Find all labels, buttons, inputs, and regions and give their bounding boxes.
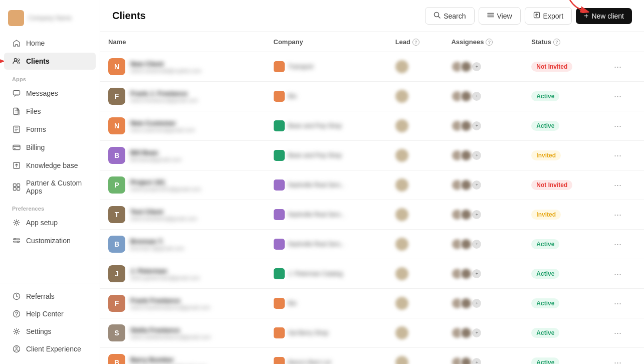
assignee-avatar-2: [460, 327, 472, 339]
client-avatar: N: [108, 58, 125, 75]
nav-partner-custom-apps[interactable]: Partner & Custom Apps: [4, 175, 96, 199]
company-avatar: [8, 10, 24, 26]
assignees-group: +: [451, 356, 515, 364]
assignees-cell: +: [443, 82, 523, 111]
table-row: P Project 101 client.project101@gmail.co…: [100, 170, 644, 200]
row-more-button[interactable]: ···: [611, 326, 624, 340]
nav-clients-label: Clients: [26, 57, 50, 65]
assignees-cell: +: [443, 348, 523, 365]
status-badge: Not Invited: [531, 180, 572, 190]
row-more-button[interactable]: ···: [611, 89, 624, 104]
nav-clients[interactable]: Clients: [4, 53, 96, 70]
nav-home[interactable]: Home: [4, 35, 96, 52]
export-button[interactable]: Export: [525, 7, 572, 25]
lead-avatar: [395, 356, 408, 364]
lead-cell: [387, 111, 444, 141]
nav-knowledge-base[interactable]: Knowledge base: [4, 157, 96, 174]
assignee-more: +: [471, 357, 482, 364]
search-button[interactable]: Search: [425, 7, 474, 25]
customization-icon: [12, 236, 21, 245]
client-experience-icon: [12, 344, 21, 353]
row-more-button[interactable]: ···: [611, 296, 624, 311]
actions-cell[interactable]: ···: [603, 289, 644, 318]
client-name-cell: B Brennan T. brennan.t@gmail.com: [100, 230, 266, 259]
table-header-row: Name Company Lead ?: [100, 32, 644, 52]
new-client-button[interactable]: + New client: [576, 8, 632, 24]
client-info: Bill Bean bill.bean@gmail.com: [130, 149, 181, 162]
table-row: S Stella Freelance client.stellafreelanc…: [100, 318, 644, 348]
table-row: F Frank Freelance client.frankfreelance@…: [100, 289, 644, 318]
client-name-cell: N New Client client.newemail@copilot.com: [100, 52, 266, 82]
company-icon: [274, 327, 285, 338]
settings-icon: [12, 327, 21, 336]
row-more-button[interactable]: ···: [611, 208, 624, 222]
actions-cell[interactable]: ···: [603, 170, 644, 200]
client-email: brennan.t@gmail.com: [130, 245, 184, 251]
nav-help-center[interactable]: Help Center: [4, 305, 96, 322]
status-badge: Active: [531, 121, 559, 131]
svg-rect-7: [14, 184, 17, 187]
row-more-button[interactable]: ···: [611, 355, 624, 365]
assignees-help-icon: ?: [486, 39, 493, 46]
actions-cell[interactable]: ···: [603, 348, 644, 365]
nav-settings[interactable]: Settings: [4, 323, 96, 340]
nav-forms-label: Forms: [26, 125, 46, 133]
company-icon: [274, 239, 285, 250]
actions-cell[interactable]: ···: [603, 141, 644, 170]
actions-cell[interactable]: ···: [603, 82, 644, 111]
col-header-assignees: Assignees ?: [443, 32, 523, 52]
row-more-button[interactable]: ···: [611, 148, 624, 163]
actions-cell[interactable]: ···: [603, 230, 644, 259]
status-cell: Invited: [523, 200, 603, 230]
company-cell: Nashville Real Serv...: [266, 200, 387, 230]
export-icon: [533, 12, 540, 20]
assignee-avatar-2: [460, 90, 472, 102]
client-name-cell: F Frank J. Freelance client.freelance@gm…: [100, 82, 266, 111]
svg-point-21: [16, 347, 18, 348]
assignees-group: +: [451, 90, 515, 102]
row-more-button[interactable]: ···: [611, 119, 624, 133]
lead-cell: [387, 348, 444, 365]
row-more-button[interactable]: ···: [611, 267, 624, 281]
actions-cell[interactable]: ···: [603, 259, 644, 289]
nav-forms[interactable]: Forms: [4, 121, 96, 138]
company-cell: Bio: [266, 82, 387, 111]
row-more-button[interactable]: ···: [611, 237, 624, 252]
nav-referrals[interactable]: Referrals: [4, 288, 96, 305]
app-setup-icon: [12, 218, 21, 227]
client-info: Project 101 client.project101@gmail.com: [130, 178, 201, 192]
nav-customization[interactable]: Customization: [4, 232, 96, 249]
nav-messages[interactable]: Messages: [4, 85, 96, 102]
actions-cell[interactable]: ···: [603, 52, 644, 82]
assignees-cell: +: [443, 111, 523, 141]
status-badge: Active: [531, 239, 559, 249]
new-client-label: New client: [591, 12, 624, 20]
row-more-button[interactable]: ···: [611, 60, 624, 74]
assignee-avatar-2: [460, 149, 472, 161]
view-button[interactable]: View: [479, 7, 521, 25]
nav-files[interactable]: Files: [4, 103, 96, 120]
svg-point-19: [16, 330, 18, 333]
client-name: Stella Freelance: [130, 326, 211, 334]
client-info: Barry Bumber client.barrybumber@gmail.co…: [130, 356, 206, 365]
main-content: Clients Search View: [100, 0, 644, 364]
company-name: J. Peterman Catalog: [288, 270, 343, 277]
assignees-cell: +: [443, 170, 523, 200]
actions-cell[interactable]: ···: [603, 111, 644, 141]
client-email: client.testclient@gmail.com: [130, 216, 197, 222]
svg-point-14: [15, 239, 16, 240]
client-avatar: B: [108, 354, 125, 364]
nav-billing[interactable]: Billing: [4, 139, 96, 156]
nav-app-setup[interactable]: App setup: [4, 214, 96, 231]
table-row: F Frank J. Freelance client.freelance@gm…: [100, 82, 644, 111]
status-cell: Active: [523, 82, 603, 111]
assignee-more: +: [471, 239, 482, 250]
assignees-group: +: [451, 120, 515, 132]
actions-cell[interactable]: ···: [603, 318, 644, 348]
nav-client-experience[interactable]: Client Experience: [4, 340, 96, 357]
row-more-button[interactable]: ···: [611, 178, 624, 193]
assignee-avatar-2: [460, 268, 472, 280]
assignee-more: +: [471, 150, 482, 161]
actions-cell[interactable]: ···: [603, 200, 644, 230]
client-avatar: S: [108, 324, 125, 341]
